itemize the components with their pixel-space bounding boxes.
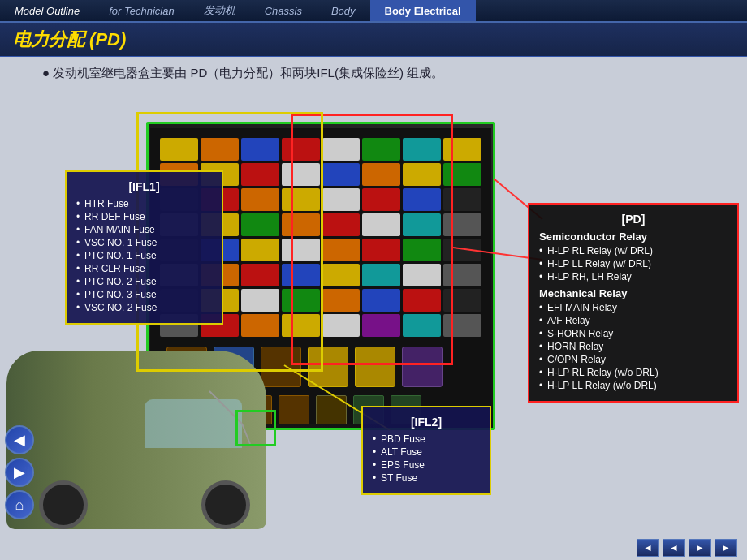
description-area: ● 发动机室继电器盒主要由 PD（电力分配）和两块IFL(集成保险丝) 组成。: [42, 63, 734, 83]
nav-bar: Model Outline for Technician 发动机 Chassis…: [0, 0, 747, 23]
pd-mech-6: H-LP RL Relay (w/o DRL): [539, 367, 728, 378]
nav-chassis[interactable]: Chassis: [250, 0, 317, 21]
nav-back-btn2[interactable]: ◄: [663, 539, 685, 557]
ifl2-item-3: EPS Fuse: [373, 459, 480, 471]
ifl2-box: [IFL2] PBD Fuse ALT Fuse EPS Fuse ST Fus…: [361, 406, 491, 495]
bottom-nav: ◄ ◄ ► ►: [637, 539, 737, 557]
ifl2-region-box: [235, 410, 276, 446]
nav-forward-button[interactable]: ▶: [5, 458, 34, 487]
ifl1-title: [IFL1]: [76, 180, 212, 193]
pd-mech-4: HORN Relay: [539, 341, 728, 352]
ifl1-item-3: FAN MAIN Fuse: [76, 224, 212, 235]
ifl2-item-1: PBD Fuse: [373, 433, 480, 445]
left-nav: ◀ ▶ ⌂: [5, 425, 34, 519]
pd-mech-3: S-HORN Relay: [539, 328, 728, 339]
ifl2-item-2: ALT Fuse: [373, 446, 480, 458]
ifl2-list: PBD Fuse ALT Fuse EPS Fuse ST Fuse: [373, 433, 480, 484]
pd-mech-2: A/F Relay: [539, 315, 728, 326]
ifl1-box: [IFL1] HTR Fuse RR DEF Fuse FAN MAIN Fus…: [65, 170, 223, 325]
page-title: 电力分配 (PD): [13, 28, 126, 52]
main-content: ● 发动机室继电器盒主要由 PD（电力分配）和两块IFL(集成保险丝) 组成。: [0, 57, 747, 560]
ifl1-item-5: PTC NO. 1 Fuse: [76, 250, 212, 261]
ifl1-item-1: HTR Fuse: [76, 198, 212, 209]
nav-engine[interactable]: 发动机: [189, 0, 250, 21]
ifl1-item-8: PTC NO. 3 Fuse: [76, 289, 212, 300]
ifl2-item-4: ST Fuse: [373, 472, 480, 484]
nav-prev-button[interactable]: ◄: [637, 539, 659, 557]
ifl1-list: HTR Fuse RR DEF Fuse FAN MAIN Fuse VSC N…: [76, 198, 212, 313]
mechanical-title: Mechanical Relay: [539, 287, 728, 299]
ifl1-item-6: RR CLR Fuse: [76, 263, 212, 274]
nav-for-technician[interactable]: for Technician: [94, 0, 188, 21]
ifl1-item-2: RR DEF Fuse: [76, 211, 212, 222]
ifl1-item-7: PTC NO. 2 Fuse: [76, 276, 212, 287]
pd-mech-7: H-LP LL Relay (w/o DRL): [539, 380, 728, 391]
pd-mech-5: C/OPN Relay: [539, 354, 728, 365]
ifl1-item-9: VSC NO. 2 Fuse: [76, 302, 212, 313]
pd-semi-1: H-LP RL Relay (w/ DRL): [539, 245, 728, 256]
ifl2-title: [IFL2]: [373, 416, 480, 429]
page-title-bar: 电力分配 (PD): [0, 23, 747, 57]
ifl1-item-4: VSC NO. 1 Fuse: [76, 237, 212, 248]
nav-model-outline[interactable]: Model Outline: [0, 0, 94, 21]
nav-back-button[interactable]: ◀: [5, 425, 34, 454]
mechanical-list: EFI MAIN Relay A/F Relay S-HORN Relay HO…: [539, 302, 728, 391]
semiconductor-title: Semiconductor Relay: [539, 230, 728, 243]
pd-box: [PD] Semiconductor Relay H-LP RL Relay (…: [528, 203, 739, 403]
nav-next-button[interactable]: ►: [689, 539, 711, 557]
nav-body-electrical[interactable]: Body Electrical: [370, 0, 476, 21]
description-text: 发动机室继电器盒主要由 PD（电力分配）和两块IFL(集成保险丝) 组成。: [53, 66, 443, 80]
pd-title: [PD]: [539, 213, 728, 226]
nav-end-button[interactable]: ►: [715, 539, 737, 557]
semiconductor-list: H-LP RL Relay (w/ DRL) H-LP LL Relay (w/…: [539, 245, 728, 282]
red-indicator: ●: [42, 66, 50, 80]
nav-home-button[interactable]: ⌂: [5, 490, 34, 519]
pd-semi-3: H-LP RH, LH Relay: [539, 271, 728, 282]
pd-mech-1: EFI MAIN Relay: [539, 302, 728, 313]
pd-semi-2: H-LP LL Relay (w/ DRL): [539, 258, 728, 269]
nav-body[interactable]: Body: [317, 0, 370, 21]
